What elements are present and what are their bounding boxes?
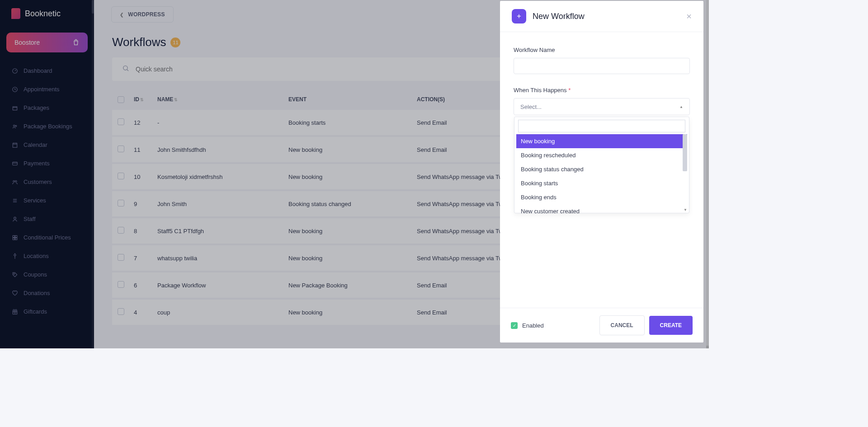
plus-icon: + bbox=[512, 9, 526, 23]
dropdown-option[interactable]: Booking starts bbox=[516, 176, 687, 190]
dropdown-scrollbar[interactable] bbox=[683, 134, 687, 171]
trigger-select[interactable]: Select... ▲ New bookingBooking reschedul… bbox=[514, 98, 690, 115]
enabled-checkbox[interactable]: ✓ bbox=[511, 322, 518, 329]
modal-body: Workflow Name When This Happens * Select… bbox=[500, 32, 703, 308]
modal-footer: ✓ Enabled CANCEL CREATE bbox=[500, 308, 703, 343]
caret-down-icon: ▼ bbox=[684, 208, 687, 212]
required-mark: * bbox=[568, 87, 571, 94]
trigger-label: When This Happens * bbox=[514, 87, 690, 94]
trigger-dropdown: New bookingBooking rescheduledBooking st… bbox=[514, 117, 689, 213]
workflow-name-input[interactable] bbox=[514, 58, 690, 74]
caret-up-icon: ▲ bbox=[679, 105, 683, 109]
create-button[interactable]: CREATE bbox=[649, 316, 693, 335]
dropdown-option[interactable]: Booking ends bbox=[516, 190, 687, 204]
dropdown-option[interactable]: New customer created bbox=[516, 204, 687, 218]
workflow-name-label: Workflow Name bbox=[514, 47, 690, 53]
dropdown-option[interactable]: New booking bbox=[516, 134, 687, 148]
close-icon[interactable]: × bbox=[686, 11, 692, 22]
cancel-button[interactable]: CANCEL bbox=[599, 315, 645, 335]
dropdown-option[interactable]: Booking rescheduled bbox=[516, 148, 687, 162]
modal-header: + New Workflow × bbox=[500, 1, 703, 32]
modal-title: New Workflow bbox=[533, 12, 680, 21]
new-workflow-modal: + New Workflow × Workflow Name When This… bbox=[500, 1, 703, 343]
dropdown-option[interactable]: Booking status changed bbox=[516, 162, 687, 176]
dropdown-search-input[interactable] bbox=[518, 120, 685, 132]
select-placeholder: Select... bbox=[520, 103, 542, 110]
enabled-label: Enabled bbox=[522, 322, 595, 329]
dropdown-list: New bookingBooking rescheduledBooking st… bbox=[516, 134, 687, 211]
